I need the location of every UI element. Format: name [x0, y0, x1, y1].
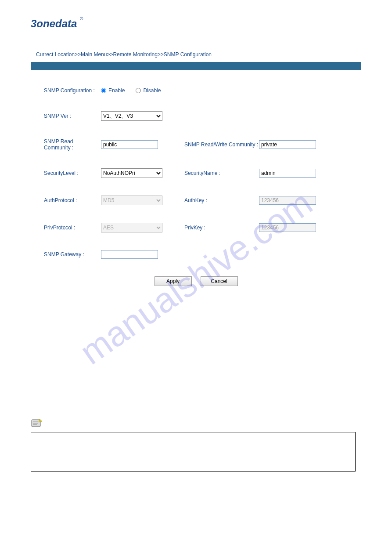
auth-key-input: [259, 196, 316, 205]
priv-protocol-label: PrivProtocol :: [44, 225, 101, 231]
snmp-ver-select[interactable]: V1、V2、V3: [101, 111, 162, 121]
breadcrumb-remote[interactable]: Remote Monitoring: [113, 51, 157, 58]
radio-disable[interactable]: [136, 88, 141, 93]
priv-key-label: PrivKey :: [184, 225, 259, 231]
breadcrumb-snmp: SNMP Configuration: [164, 51, 212, 58]
breadcrumb-sep: >>: [158, 51, 164, 58]
breadcrumb-curloc: Currect Location: [36, 51, 75, 58]
radio-enable-item[interactable]: Enable: [101, 87, 125, 94]
security-level-select[interactable]: NoAuthNOPri: [101, 168, 162, 178]
radio-enable-label: Enable: [108, 87, 125, 94]
logo-text: 3onedata: [31, 18, 77, 29]
logo-reg: ®: [80, 16, 83, 21]
security-name-label: SecurityName :: [184, 170, 259, 176]
auth-key-label: AuthKey :: [184, 197, 259, 203]
snmp-config-label: SNMP Configuration :: [44, 87, 101, 94]
note-icon: [31, 418, 361, 430]
cancel-button[interactable]: Cancel: [201, 276, 238, 286]
auth-protocol-label: AuthProtocol :: [44, 197, 101, 203]
title-bar: [31, 62, 361, 70]
logo: 3onedata®: [31, 18, 77, 30]
priv-key-input: [259, 223, 316, 232]
gateway-label: SNMP Gateway :: [44, 251, 101, 258]
breadcrumb-sep: >>: [75, 51, 81, 58]
read-community-input[interactable]: [101, 140, 158, 149]
svg-marker-4: [39, 419, 42, 422]
breadcrumb-main[interactable]: Main Menu: [81, 51, 107, 58]
rw-community-input[interactable]: [259, 140, 316, 149]
priv-protocol-select: AES: [101, 223, 162, 232]
radio-disable-item[interactable]: Disable: [136, 87, 161, 94]
breadcrumb-sep: >>: [107, 51, 113, 58]
security-level-label: SecurityLevel :: [44, 170, 101, 176]
snmp-ver-label: SNMP Ver :: [44, 113, 101, 119]
radio-enable[interactable]: [101, 88, 106, 93]
gateway-input[interactable]: [101, 250, 158, 259]
rw-community-label: SNMP Read/Write Community :: [184, 141, 259, 148]
security-name-input[interactable]: [259, 169, 316, 178]
apply-button[interactable]: Apply: [155, 276, 192, 286]
auth-protocol-select: MD5: [101, 196, 162, 205]
radio-disable-label: Disable: [143, 87, 161, 94]
breadcrumb: Currect Location>>Main Menu>>Remote Moni…: [31, 51, 361, 58]
top-divider: [31, 38, 361, 38]
read-community-label: SNMP Read Community :: [44, 138, 101, 151]
note-box: [31, 432, 356, 472]
